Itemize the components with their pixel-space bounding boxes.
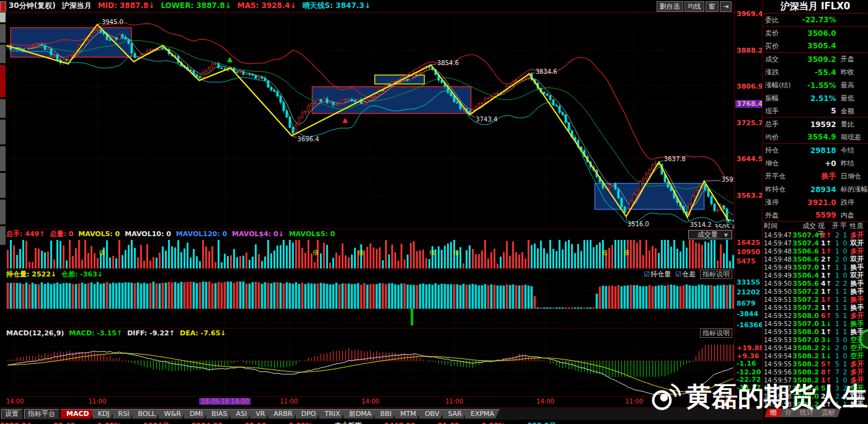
indicator-tab-bias[interactable]: BIAS [206, 409, 232, 418]
left-rail-tab-2[interactable] [0, 45, 6, 63]
indicator-tab-vr[interactable]: VR [250, 409, 270, 418]
trade-close: 0 [839, 247, 847, 255]
trade-lots: 2 [817, 255, 825, 263]
quote-label: 增仓 [765, 159, 799, 168]
indicator-tab-trix[interactable]: TRIX [319, 409, 345, 418]
indicator-tab-boll[interactable]: BOLL [132, 409, 161, 418]
indicator-tab-arbr[interactable]: ARBR [268, 409, 298, 418]
quote-label: 持仓 [765, 146, 799, 155]
trade-close: 1 [839, 296, 847, 304]
macd-pane[interactable] [6, 338, 735, 395]
top-button-0[interactable]: 删自选 [657, 1, 683, 12]
indicator-tab-kdj[interactable]: KDJ [92, 409, 115, 418]
watermark: 黄磊的期货人生 [650, 374, 868, 419]
quote-rows: 委比-22.73%卖价3506.0买价3505.4成交3509.2开盘3584.… [763, 14, 868, 222]
down-arrow-icon: ↓ [826, 336, 832, 344]
trade-time: 14:59:54 [764, 344, 792, 352]
indicator-tab-asi[interactable]: ASI [230, 409, 252, 418]
indicator-tab-dmi[interactable]: DMI [184, 409, 208, 418]
trade-nature: 换手 [847, 288, 868, 296]
quote-label: 现手 [765, 107, 799, 116]
indicator-tab-mtm[interactable]: MTM [394, 409, 422, 418]
indicator-tab-bbi[interactable]: BBI [374, 409, 397, 418]
indicator-value: MA5: 3928.4↓ [237, 1, 296, 10]
indicator-tab-新dma[interactable]: 新DMA [343, 409, 378, 418]
indicator-tab-expma[interactable]: EXPMA [465, 409, 500, 418]
top-button-1[interactable]: 均线 [684, 1, 704, 12]
chevron-down-icon: ▼ [724, 232, 728, 238]
toolbar-button-1[interactable]: 指标平台 [24, 409, 59, 419]
oi-help-link[interactable]: 指标说明 [700, 270, 732, 279]
quote-label: 最低 [836, 94, 868, 103]
index-ticker: 3958.3438.481.05%1294亿8384.9395.190.09%中… [0, 418, 868, 424]
trade-row: 14:59:473507.42↑21多开 [763, 231, 868, 239]
indicator-tab-macd[interactable]: MACD [61, 409, 95, 418]
indicator-tab-w&r[interactable]: W&R [159, 409, 187, 418]
trade-open: 2 [832, 280, 839, 288]
trade-lots: 4 [817, 280, 825, 288]
quote-label: 昨结 [836, 159, 868, 168]
volume-legend-item: 总量: 0 [50, 230, 73, 238]
up-arrow-icon: ↑ [826, 239, 832, 247]
top-button-2[interactable]: 窗 [706, 1, 719, 12]
quote-value: 3554.9 [799, 133, 836, 141]
quote-value: 3505.4 [799, 42, 836, 50]
left-rail-tab-3[interactable] [0, 65, 6, 97]
oi-checkbox-1[interactable]: ☑仓差 [675, 270, 700, 278]
trade-row: 14:59:543508.22↓20空开 [763, 344, 868, 352]
left-rail-tab-8[interactable] [0, 200, 6, 224]
volume-indicator-dropdown[interactable]: 成交量▼ [688, 230, 732, 239]
up-arrow-icon: ↑ [826, 296, 832, 304]
trade-col-header: 成交 [794, 222, 817, 231]
svg-text:3834.6: 3834.6 [536, 68, 557, 75]
top-button-3[interactable]: ⇥ [720, 1, 732, 12]
svg-text:倍: 倍 [99, 249, 105, 256]
trade-list-header: 时间成交现手开平性质 [763, 222, 868, 231]
trade-time: 14:59:50 [764, 288, 792, 296]
candlestick-chart[interactable]: 3945.03696.43854.63743.43834.63516.03637… [6, 12, 735, 228]
quote-row: 振幅2.51%最低3505.4 [763, 92, 868, 105]
left-rail-tab-0[interactable] [0, 12, 6, 22]
app-corner-icon[interactable] [0, 1, 6, 12]
trade-open: 1 [832, 320, 839, 328]
volume-pane[interactable]: 倍倍倍倍倍倍倍 [6, 239, 735, 268]
left-rail-tab-1[interactable] [0, 24, 6, 43]
oi-checkbox-label: 持仓量 [650, 270, 671, 278]
left-rail-tab-9[interactable] [0, 226, 6, 245]
svg-text:倍: 倍 [623, 249, 630, 256]
left-rail-tab-5[interactable] [0, 120, 6, 144]
oi-checkbox-0[interactable]: ☑持仓量 [644, 270, 675, 278]
price-axis-tick: 3563.2 [735, 192, 764, 200]
quote-row: 买价3505.4 [763, 40, 868, 53]
indicator-tab-dpo[interactable]: DPO [296, 409, 322, 418]
trade-time: 14:59:53 [764, 328, 792, 336]
left-rail-tab-7[interactable] [0, 173, 6, 198]
indicator-tab-rsi[interactable]: RSI [113, 409, 135, 418]
trade-close: 1 [839, 360, 847, 368]
trade-lots: 1 [817, 263, 825, 272]
price-axis-tick: 3725.7 [735, 119, 764, 127]
quote-value: +0 [799, 159, 836, 168]
trade-open: 2 [832, 255, 839, 263]
left-rail-tab-4[interactable] [0, 99, 6, 118]
quote-row: 现手5金额208.9亿 [763, 105, 868, 118]
oi-legend-item: 持仓量: 2522↓ [6, 270, 56, 278]
price-axis-tick: 3806.9 [735, 82, 764, 91]
trade-close: 1 [839, 231, 847, 239]
open-interest-pane[interactable] [6, 279, 735, 329]
toolbar-button-0[interactable]: 设置 [1, 409, 22, 419]
quote-label: 振幅 [765, 94, 799, 103]
indicator-tab-sar[interactable]: SAR [443, 409, 467, 418]
quote-value: 2.51% [799, 94, 836, 103]
indicator-tab-obv[interactable]: OBV [419, 409, 445, 418]
price-axis-tick: 3888.2 [735, 46, 764, 55]
quote-row: 委比-22.73% [763, 14, 868, 27]
indicator-help-link[interactable]: 指标说明 [700, 329, 732, 338]
trade-close: 1 [839, 288, 847, 296]
left-rail-tab-6[interactable] [0, 146, 6, 171]
indicator-value: LOWER: 3887.8↓ [161, 1, 231, 10]
svg-text:3743.4: 3743.4 [476, 116, 497, 123]
trade-price: 3507.4 [792, 239, 817, 247]
trade-open: 1 [832, 352, 839, 360]
quote-row: 均价3554.9期现差-51.3 [763, 131, 868, 144]
